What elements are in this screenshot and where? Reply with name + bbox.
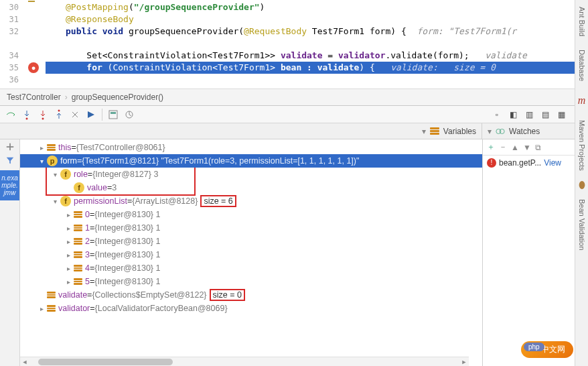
drop-frame-icon[interactable]: [68, 108, 82, 121]
run-to-cursor-icon[interactable]: [84, 108, 98, 121]
watermark: php 中文网: [521, 341, 573, 358]
variable-row[interactable]: ▸validator = {LocalValidatorFactoryBean@…: [20, 302, 482, 315]
watermark-text: 中文网: [541, 344, 565, 355]
variable-row[interactable]: ▸0 = {Integer@8130} 1: [20, 208, 482, 221]
underline-icon: [28, 1, 35, 2]
php-badge: php: [524, 343, 544, 351]
breadcrumb-class[interactable]: Test7Controller: [7, 88, 61, 106]
error-icon: !: [487, 158, 496, 168]
right-sidebar: Ant Build Database m Maven Projects Bean…: [575, 0, 588, 366]
variable-tools: n.example.jmw: [0, 139, 20, 366]
toolbar-right: ▫ ◧ ▥ ▤ ▦ ◫: [486, 108, 588, 121]
tool-icon[interactable]: ▦: [555, 108, 568, 121]
breadcrumb-method[interactable]: groupSequenceProvider(): [72, 88, 163, 106]
svg-point-1: [42, 117, 44, 119]
breakpoint-icon[interactable]: ●: [28, 62, 39, 73]
svg-point-0: [26, 117, 28, 119]
watches-panel: ＋ － ▲ ▼ ⧉ ! bean.getP... View: [482, 139, 588, 366]
trace-icon[interactable]: [123, 108, 136, 121]
variables-tab[interactable]: ▾ Variables: [0, 123, 482, 139]
variable-row[interactable]: ▸5 = {Integer@8130} 1: [20, 275, 482, 288]
copy-icon[interactable]: ⧉: [535, 143, 541, 152]
maven-icon[interactable]: m: [577, 88, 587, 113]
force-step-into-icon[interactable]: [36, 108, 50, 121]
step-over-icon[interactable]: [4, 108, 17, 121]
add-watch-icon[interactable]: ＋: [487, 141, 495, 153]
svg-point-10: [579, 181, 585, 189]
code-editor: 303132343536 ● @PostMapping("/groupSeque…: [0, 0, 588, 88]
variable-row[interactable]: ▸4 = {Integer@8130} 1: [20, 261, 482, 275]
variable-row[interactable]: ▾pform = {Test7Form1@8121} "Test7Form1(r…: [20, 154, 482, 168]
variable-row[interactable]: ▸3 = {Integer@8130} 1: [20, 248, 482, 261]
annotation-gutter: ●: [25, 0, 46, 88]
svg-point-7: [500, 129, 504, 133]
variables-tree[interactable]: ▸this = {Test7Controller@8061}▾pform = {…: [20, 139, 482, 366]
variable-row[interactable]: ▸2 = {Integer@8130} 1: [20, 235, 482, 248]
watch-item[interactable]: ! bean.getP... View: [483, 156, 588, 170]
watches-icon: [496, 127, 505, 136]
menu-icon[interactable]: ▾: [488, 127, 492, 136]
sidebar-bean-validation[interactable]: Bean Validation: [577, 192, 587, 257]
evaluate-icon[interactable]: [106, 108, 120, 121]
watches-tab-label: Watches: [509, 127, 540, 136]
variables-tab-label: Variables: [443, 127, 476, 136]
variable-row[interactable]: validate = {Collections$EmptySet@8122} s…: [20, 288, 482, 302]
tool-icon[interactable]: ▥: [522, 108, 536, 121]
tool-icon[interactable]: ▫: [490, 108, 504, 121]
watches-toolbar: ＋ － ▲ ▼ ⧉: [483, 139, 588, 156]
scrollbar-thumb[interactable]: [38, 359, 173, 365]
tool-icon[interactable]: ▤: [538, 108, 552, 121]
variables-icon: [430, 127, 439, 135]
down-icon[interactable]: ▼: [523, 143, 531, 152]
svg-rect-3: [109, 111, 117, 119]
tool-icon[interactable]: ◧: [506, 108, 520, 121]
up-icon[interactable]: ▲: [511, 143, 519, 152]
code-area[interactable]: @PostMapping("/groupSequenceProvider")@R…: [46, 0, 588, 88]
step-into-icon[interactable]: [20, 108, 33, 121]
context-tag: n.example.jmw: [0, 170, 19, 200]
watch-expr: bean.getP...: [499, 158, 541, 168]
filter-icon[interactable]: [5, 156, 15, 165]
scroll-right-icon[interactable]: ►: [459, 359, 469, 365]
step-out-icon[interactable]: [52, 108, 66, 121]
variable-row[interactable]: ▸this = {Test7Controller@8061}: [20, 141, 482, 154]
add-icon[interactable]: [5, 142, 15, 151]
view-link[interactable]: View: [544, 158, 561, 168]
watches-tab[interactable]: ▾ Watches: [482, 123, 588, 139]
debug-toolbar: ▫ ◧ ▥ ▤ ▦ ◫: [0, 106, 588, 123]
line-number-gutter: 303132343536: [0, 0, 25, 88]
variable-row[interactable]: fvalue = 3: [47, 181, 194, 194]
svg-point-2: [58, 109, 60, 111]
variable-row[interactable]: ▾fpermissionList = {ArrayList@8128} size…: [20, 194, 482, 208]
sidebar-database[interactable]: Database: [577, 43, 587, 88]
scroll-left-icon[interactable]: ◄: [20, 359, 29, 365]
bean-icon: [577, 180, 587, 190]
svg-rect-4: [111, 112, 116, 114]
variable-row[interactable]: ▾frole = {Integer@8127} 3: [47, 168, 194, 181]
horizontal-scrollbar[interactable]: ◄ ►: [20, 357, 469, 366]
variable-row[interactable]: ▸1 = {Integer@8130} 1: [20, 221, 482, 235]
chevron-right-icon: ›: [65, 88, 68, 106]
breadcrumb[interactable]: Test7Controller › groupSequenceProvider(…: [0, 88, 588, 106]
debug-panel-body: n.example.jmw ▸this = {Test7Controller@8…: [0, 139, 588, 366]
sidebar-ant[interactable]: Ant Build: [577, 0, 587, 43]
sidebar-maven[interactable]: Maven Projects: [577, 113, 587, 178]
panels-header: ▾ Variables ▾ Watches: [0, 123, 588, 139]
remove-watch-icon[interactable]: －: [499, 141, 507, 153]
menu-icon[interactable]: ▾: [422, 127, 426, 136]
